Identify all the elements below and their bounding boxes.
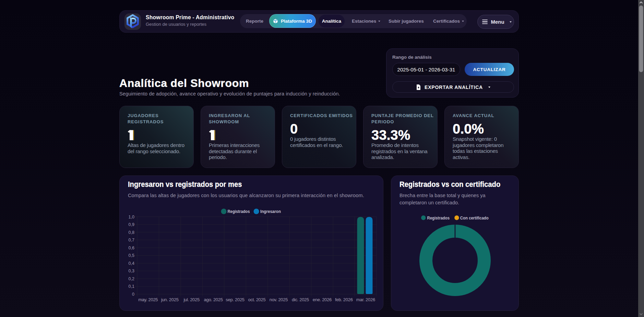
svg-text:feb. 2026: feb. 2026 [335,297,353,302]
svg-text:sep. 2025: sep. 2025 [226,297,244,302]
svg-text:Registrados: Registrados [228,209,250,214]
svg-text:0,8: 0,8 [129,230,134,235]
svg-text:Ingresaron: Ingresaron [260,209,281,214]
svg-text:0,2: 0,2 [129,276,134,281]
svg-text:0,5: 0,5 [129,253,134,258]
svg-text:mar. 2026: mar. 2026 [356,297,375,302]
svg-text:0,4: 0,4 [129,261,134,266]
svg-text:0,6: 0,6 [129,246,134,250]
svg-text:0,9: 0,9 [129,222,134,227]
svg-text:dic. 2025: dic. 2025 [292,297,309,302]
svg-text:ene. 2026: ene. 2026 [313,297,332,302]
svg-text:ago. 2025: ago. 2025 [204,297,223,302]
svg-text:1,0: 1,0 [129,215,134,219]
svg-text:jun. 2025: jun. 2025 [161,297,179,302]
svg-text:0,7: 0,7 [129,238,134,242]
svg-text:0,1: 0,1 [129,284,134,289]
svg-text:0,3: 0,3 [129,269,134,273]
svg-text:nov. 2025: nov. 2025 [270,297,288,302]
svg-text:Registrados: Registrados [427,215,450,220]
svg-text:may. 2025: may. 2025 [138,297,158,302]
svg-text:oct. 2025: oct. 2025 [248,297,266,302]
svg-text:0: 0 [132,292,134,297]
svg-text:Con certificado: Con certificado [460,215,489,220]
svg-text:jul. 2025: jul. 2025 [183,297,200,302]
